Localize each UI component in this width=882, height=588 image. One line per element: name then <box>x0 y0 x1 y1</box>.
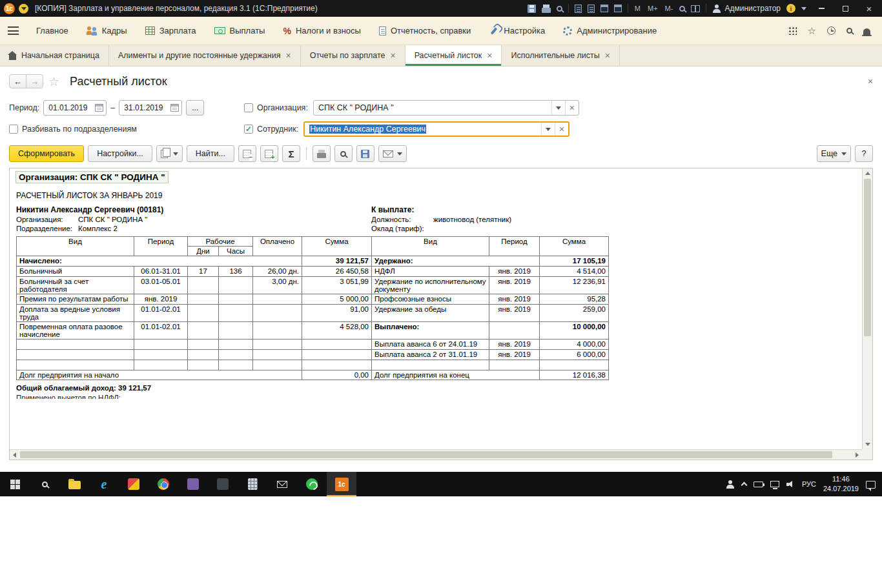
help-button[interactable]: ? <box>855 145 873 162</box>
system-menu-button[interactable] <box>19 4 28 14</box>
taskbar-search-button[interactable] <box>30 472 59 496</box>
more-button[interactable]: Еще <box>817 145 851 162</box>
generate-button[interactable]: Сформировать <box>9 145 84 162</box>
user-button[interactable]: Администратор <box>712 4 781 13</box>
print-preview-icon[interactable] <box>557 6 562 12</box>
memory-m-button[interactable]: M <box>634 5 641 12</box>
memory-mminus-button[interactable]: M- <box>664 5 674 12</box>
hamburger-menu-icon[interactable] <box>8 26 19 35</box>
start-button[interactable] <box>0 472 30 496</box>
action-center-icon[interactable] <box>866 481 876 489</box>
display-icon[interactable] <box>770 481 779 487</box>
period-from-field[interactable]: 01.01.2019 <box>43 100 107 116</box>
chevron-down-icon[interactable] <box>801 7 806 10</box>
onec-app-button[interactable]: 1с <box>327 472 356 496</box>
people-tray-icon[interactable] <box>726 480 735 489</box>
send-mail-button[interactable] <box>378 145 407 162</box>
vertical-scroll-thumb[interactable] <box>864 179 871 336</box>
taskbar-app-button[interactable] <box>208 472 238 496</box>
language-indicator[interactable]: РУС <box>802 480 816 488</box>
history-icon[interactable] <box>827 26 836 35</box>
split-window-icon[interactable] <box>691 5 700 12</box>
tab-close-icon[interactable] <box>285 50 291 61</box>
calculator-button[interactable] <box>238 472 267 496</box>
minimize-button[interactable] <box>812 1 830 15</box>
file-explorer-button[interactable] <box>59 472 89 496</box>
tab-raschetny-listok[interactable]: Расчетный листок <box>405 45 502 66</box>
employee-checkbox[interactable] <box>244 125 253 134</box>
page-close-icon[interactable] <box>868 76 873 86</box>
tab-alimenty[interactable]: Алименты и другие постоянные удержания <box>109 45 301 66</box>
scroll-down-button[interactable] <box>863 440 872 449</box>
tab-otchety-po-zarplate[interactable]: Отчеты по зарплате <box>301 45 405 66</box>
tab-close-icon[interactable] <box>390 50 395 61</box>
ribbon-item-kadry[interactable]: Кадры <box>78 21 136 40</box>
calendar-icon[interactable] <box>170 104 179 112</box>
back-button[interactable] <box>9 74 26 88</box>
table-icon[interactable] <box>600 5 608 12</box>
collapse-groups-button[interactable] <box>238 145 256 162</box>
settings-button[interactable]: Настройки... <box>88 145 152 162</box>
horizontal-scroll-thumb[interactable] <box>20 451 832 458</box>
employee-combo[interactable]: Никитин Александр Сергеевич <box>303 121 569 137</box>
close-button[interactable] <box>860 1 878 15</box>
employee-dropdown-button[interactable] <box>541 123 555 136</box>
search-icon[interactable] <box>846 28 852 34</box>
organization-clear-button[interactable] <box>565 101 579 115</box>
calendar-icon[interactable] <box>95 104 103 112</box>
organization-checkbox[interactable] <box>244 103 253 112</box>
print-button[interactable] <box>313 145 331 162</box>
report-variants-button[interactable] <box>156 145 183 162</box>
battery-icon[interactable] <box>754 482 763 487</box>
ribbon-item-nalogi[interactable]: Налоги и взносы <box>274 21 369 41</box>
mail-button[interactable] <box>267 472 297 496</box>
document-add-icon[interactable] <box>588 5 595 13</box>
save-report-button[interactable] <box>356 145 374 162</box>
period-to-field[interactable]: 31.01.2019 <box>119 100 182 116</box>
vertical-scrollbar[interactable] <box>862 168 872 449</box>
ribbon-item-vyplaty[interactable]: Выплаты <box>206 21 274 40</box>
autosum-button[interactable]: Σ <box>282 145 300 162</box>
volume-icon[interactable] <box>786 481 795 488</box>
print-icon[interactable] <box>542 8 551 13</box>
expand-groups-button[interactable] <box>260 145 278 162</box>
document-icon[interactable] <box>575 5 582 13</box>
ribbon-item-zarplata[interactable]: Зарплата <box>137 21 205 40</box>
clock[interactable]: 11:46 24.07.2019 <box>823 474 859 494</box>
tab-home[interactable]: Начальная страница <box>0 45 109 66</box>
whatsapp-button[interactable] <box>297 472 327 496</box>
scroll-right-button[interactable] <box>852 450 862 460</box>
notifications-bell-icon[interactable] <box>863 28 870 35</box>
info-button[interactable] <box>786 4 795 13</box>
ribbon-item-otchetnost[interactable]: Отчетность, справки <box>371 21 479 40</box>
employee-clear-button[interactable] <box>555 123 568 136</box>
tab-close-icon[interactable] <box>605 50 610 61</box>
scroll-up-button[interactable] <box>863 168 872 178</box>
save-icon[interactable] <box>528 5 536 13</box>
tab-close-icon[interactable] <box>487 50 492 61</box>
taskbar-app-button[interactable] <box>119 472 149 496</box>
hidden-icons-chevron[interactable] <box>741 482 747 489</box>
maximize-button[interactable] <box>836 1 854 15</box>
period-more-button[interactable]: ... <box>186 100 204 116</box>
split-by-departments-checkbox[interactable] <box>9 125 18 134</box>
internet-explorer-button[interactable] <box>89 472 119 496</box>
calendar-icon[interactable] <box>614 5 622 12</box>
find-button[interactable]: Найти... <box>187 145 234 162</box>
preview-button[interactable] <box>334 145 353 162</box>
organization-combo[interactable]: СПК СК " РОДИНА " <box>313 100 579 116</box>
horizontal-scrollbar[interactable] <box>10 449 862 460</box>
favorites-icon[interactable] <box>808 25 816 37</box>
ribbon-item-nastroyka[interactable]: Настройка <box>480 21 553 40</box>
taskbar-app-button[interactable] <box>178 472 208 496</box>
tab-ispolnitelnye-listy[interactable]: Исполнительные листы <box>502 45 620 66</box>
all-functions-icon[interactable] <box>788 26 797 35</box>
ribbon-item-administrirovanie[interactable]: Администрирование <box>555 21 665 40</box>
favorite-star-icon[interactable] <box>48 74 59 89</box>
scroll-left-button[interactable] <box>10 450 19 460</box>
forward-button[interactable] <box>26 74 43 88</box>
zoom-icon[interactable] <box>679 6 685 12</box>
ribbon-item-main[interactable]: Главное <box>28 21 77 40</box>
chrome-button[interactable] <box>149 472 178 496</box>
memory-mplus-button[interactable]: M+ <box>647 5 659 12</box>
